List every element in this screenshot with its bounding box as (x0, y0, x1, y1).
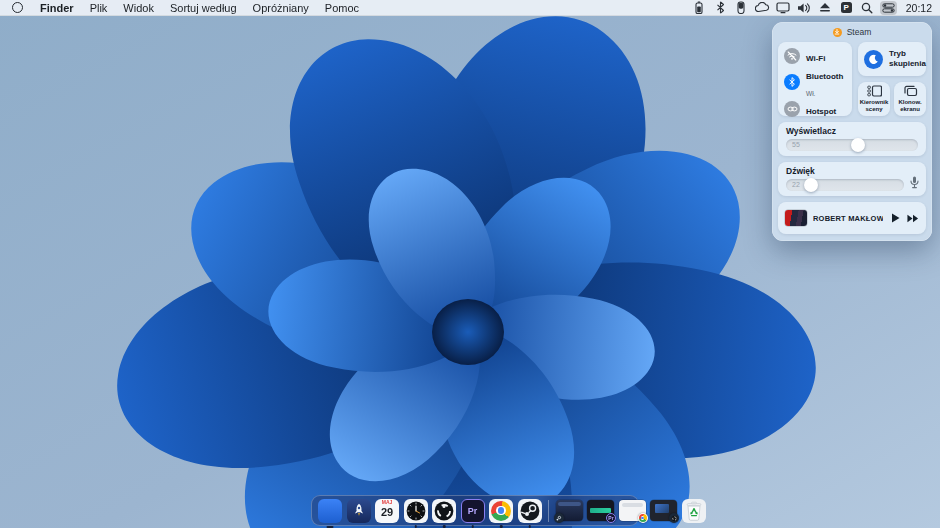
search-icon[interactable] (859, 1, 876, 15)
focus-label-line2: skupienia (889, 59, 926, 68)
premiere-pro-label: Pr (468, 506, 478, 516)
stage-manager-button[interactable]: Kierownik sceny (858, 82, 890, 116)
device-battery-icon[interactable] (733, 1, 750, 15)
clock-face-icon (404, 499, 428, 523)
display-slider[interactable]: 55 (786, 139, 918, 151)
clock-time[interactable]: 20:12 (901, 2, 932, 14)
hotspot-label: Hotspot (806, 107, 836, 116)
moon-icon (864, 50, 883, 69)
menu-item-widok[interactable]: Widok (115, 0, 162, 15)
dock-app-obs[interactable] (432, 499, 456, 523)
screen-mirroring-icon (903, 85, 918, 97)
launchpad-rocket-icon (347, 499, 371, 523)
menu-bar: Finder Plik Widok Sortuj według Opróżnia… (0, 0, 940, 16)
screen-mirroring-label-line1: Klonow. (898, 99, 921, 105)
sound-card: Dźwięk 22 (778, 162, 926, 196)
sound-slider-handle[interactable] (804, 178, 818, 192)
battery-icon[interactable] (691, 1, 708, 15)
running-indicator (528, 525, 531, 528)
dock-separator (548, 500, 549, 522)
focus-mode-button[interactable]: Tryb skupienia (858, 42, 926, 76)
play-icon[interactable] (889, 212, 901, 224)
screen-mirroring-label-line2: ekranu (900, 106, 920, 112)
display-slider-handle[interactable] (851, 138, 865, 152)
wifi-toggle[interactable]: Wi-Fi (784, 47, 846, 65)
menu-bar-left: Finder Plik Widok Sortuj według Opróżnia… (0, 0, 367, 15)
minimized-window-premiere[interactable]: Pr (587, 500, 614, 521)
running-indicator (414, 525, 417, 528)
parallels-icon[interactable]: P (838, 1, 855, 15)
trash-recycle-icon (682, 499, 706, 523)
fast-forward-icon[interactable] (907, 212, 919, 224)
dock-app-calendar[interactable]: MAJ 29 (375, 499, 399, 523)
finder-icon (318, 499, 342, 523)
dock-app-premiere-pro[interactable]: Pr (461, 499, 485, 523)
system-menu-logo-icon[interactable] (12, 2, 23, 13)
stage-manager-label-line1: Kierownik (860, 99, 889, 105)
stage-manager-label-line2: sceny (865, 106, 882, 112)
steam-status-label: Steam (847, 27, 872, 37)
calendar-icon: MAJ 29 (375, 499, 399, 523)
cloud-icon[interactable] (754, 1, 771, 15)
menu-bar-status-area: P 20:12 (691, 0, 940, 15)
dock-app-clock[interactable] (404, 499, 428, 523)
display-value: 55 (792, 139, 800, 151)
calendar-month: MAJ (382, 499, 393, 506)
chrome-icon (489, 499, 513, 523)
running-indicator (471, 525, 474, 528)
steam-icon (518, 499, 542, 523)
control-center-panel: Steam Wi-Fi Bluetooth Wł. (772, 22, 932, 241)
bluetooth-label: Bluetooth (806, 72, 843, 81)
dock-app-chrome[interactable] (489, 499, 513, 523)
display-icon[interactable] (775, 1, 792, 15)
eject-icon[interactable] (817, 1, 834, 15)
obs-icon (432, 499, 456, 523)
album-art (785, 210, 807, 226)
screen-mirroring-button[interactable]: Klonow. ekranu (894, 82, 926, 116)
bluetooth-toggle[interactable]: Bluetooth Wł. (784, 65, 846, 100)
display-label: Wyświetlacz (786, 126, 918, 136)
wifi-label: Wi-Fi (806, 54, 825, 63)
dock-app-finder[interactable] (318, 499, 342, 523)
parallels-letter: P (841, 2, 852, 13)
minimized-window-obs[interactable] (650, 500, 677, 521)
menu-item-sortuj-wedlug[interactable]: Sortuj według (162, 0, 245, 15)
steam-download-icon (833, 28, 842, 37)
premiere-pro-icon: Pr (461, 499, 485, 523)
menu-item-finder[interactable]: Finder (32, 0, 82, 15)
menu-item-plik[interactable]: Plik (82, 0, 116, 15)
bluetooth-on-icon (784, 74, 800, 90)
focus-label-line1: Tryb (889, 49, 906, 58)
running-indicator (443, 525, 446, 528)
media-title: ROBERT MAKŁOWI... (813, 214, 883, 223)
calendar-day: 29 (381, 506, 393, 519)
running-indicator (327, 526, 334, 528)
chrome-badge-icon (638, 513, 648, 523)
desktop: Finder Plik Widok Sortuj według Opróżnia… (0, 0, 940, 528)
sound-label: Dźwięk (786, 166, 918, 176)
hotspot-icon (784, 101, 800, 117)
bluetooth-icon[interactable] (712, 1, 729, 15)
obs-badge-icon (669, 513, 679, 523)
connectivity-card: Wi-Fi Bluetooth Wł. Hotspot (778, 42, 852, 116)
steam-status-item[interactable]: Steam (772, 25, 932, 39)
control-center-icon[interactable] (880, 1, 897, 15)
microphone-icon[interactable] (907, 175, 921, 189)
volume-icon[interactable] (796, 1, 813, 15)
steam-badge-icon (554, 513, 564, 523)
sound-slider[interactable]: 22 (786, 179, 904, 191)
minimized-window-chrome[interactable] (619, 500, 646, 521)
menu-item-pomoc[interactable]: Pomoc (317, 0, 367, 15)
dock-trash[interactable] (682, 499, 706, 523)
dock-app-steam[interactable] (518, 499, 542, 523)
menu-item-oprozniany[interactable]: Opróżniany (245, 0, 317, 15)
sound-value: 22 (792, 179, 800, 191)
dock-app-launchpad[interactable] (347, 499, 371, 523)
media-player-card[interactable]: ROBERT MAKŁOWI... (778, 202, 926, 234)
minimized-window-steam[interactable] (556, 500, 583, 521)
display-card: Wyświetlacz 55 (778, 122, 926, 156)
dock: MAJ 29 Pr (311, 495, 639, 526)
stage-manager-icon (867, 85, 882, 97)
wifi-off-icon (784, 48, 800, 64)
hotspot-toggle[interactable]: Hotspot (784, 100, 846, 118)
